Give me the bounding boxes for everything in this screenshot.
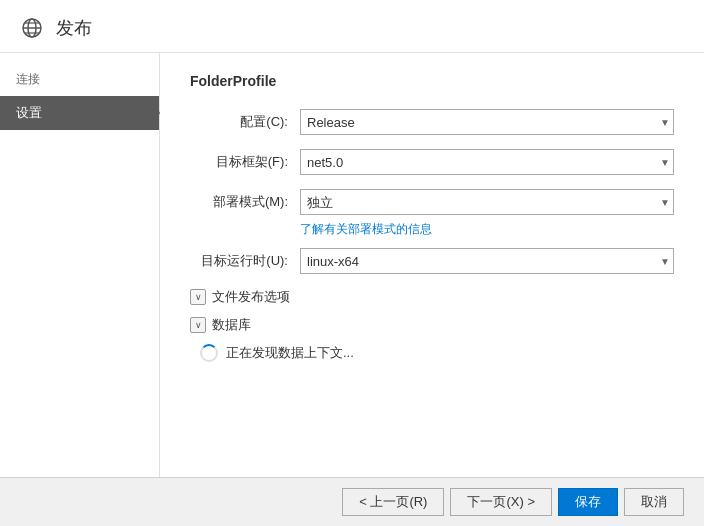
deploy-mode-control: 独立 框架依赖 ▼: [300, 189, 674, 215]
database-label: 数据库: [212, 316, 251, 334]
framework-control: net5.0 net6.0 ▼: [300, 149, 674, 175]
deploy-mode-label: 部署模式(M):: [190, 193, 300, 211]
config-row: 配置(C): Release Debug ▼: [190, 109, 674, 135]
publish-icon: [20, 16, 44, 40]
loading-text: 正在发现数据上下文...: [226, 344, 354, 362]
content-area: FolderProfile 配置(C): Release Debug ▼ 目标框…: [160, 53, 704, 477]
framework-row: 目标框架(F): net5.0 net6.0 ▼: [190, 149, 674, 175]
framework-select-wrapper: net5.0 net6.0 ▼: [300, 149, 674, 175]
framework-label: 目标框架(F):: [190, 153, 300, 171]
sidebar-item-settings-label: 设置: [16, 104, 42, 122]
framework-select[interactable]: net5.0 net6.0: [300, 149, 674, 175]
database-section[interactable]: ∨ 数据库: [190, 316, 674, 334]
footer: < 上一页(R) 下一页(X) > 保存 取消: [0, 477, 704, 526]
page-title: 发布: [56, 16, 92, 40]
deploy-mode-select[interactable]: 独立 框架依赖: [300, 189, 674, 215]
config-label: 配置(C):: [190, 113, 300, 131]
runtime-select[interactable]: linux-x64 win-x64 osx-x64: [300, 248, 674, 274]
file-publish-collapse-icon: ∨: [190, 289, 206, 305]
config-select-wrapper: Release Debug ▼: [300, 109, 674, 135]
loading-section: 正在发现数据上下文...: [200, 344, 674, 362]
config-select[interactable]: Release Debug: [300, 109, 674, 135]
main-content: 连接 设置 FolderProfile 配置(C): Release Debug…: [0, 53, 704, 477]
file-publish-label: 文件发布选项: [212, 288, 290, 306]
next-button[interactable]: 下一页(X) >: [450, 488, 552, 516]
runtime-row: 目标运行时(U): linux-x64 win-x64 osx-x64 ▼: [190, 248, 674, 274]
prev-button[interactable]: < 上一页(R): [342, 488, 444, 516]
loading-spinner: [200, 344, 218, 362]
config-control: Release Debug ▼: [300, 109, 674, 135]
database-collapse-icon: ∨: [190, 317, 206, 333]
cancel-button[interactable]: 取消: [624, 488, 684, 516]
folder-profile-title: FolderProfile: [190, 73, 674, 89]
runtime-select-wrapper: linux-x64 win-x64 osx-x64 ▼: [300, 248, 674, 274]
file-publish-section[interactable]: ∨ 文件发布选项: [190, 288, 674, 306]
deploy-mode-info-link[interactable]: 了解有关部署模式的信息: [300, 221, 674, 238]
deploy-mode-select-wrapper: 独立 框架依赖 ▼: [300, 189, 674, 215]
save-button[interactable]: 保存: [558, 488, 618, 516]
runtime-control: linux-x64 win-x64 osx-x64 ▼: [300, 248, 674, 274]
deploy-mode-row: 部署模式(M): 独立 框架依赖 ▼: [190, 189, 674, 215]
runtime-label: 目标运行时(U):: [190, 252, 300, 270]
title-bar: 发布: [0, 0, 704, 53]
sidebar-section-connection: 连接: [0, 63, 159, 96]
sidebar-item-settings[interactable]: 设置: [0, 96, 159, 130]
sidebar: 连接 设置: [0, 53, 160, 477]
